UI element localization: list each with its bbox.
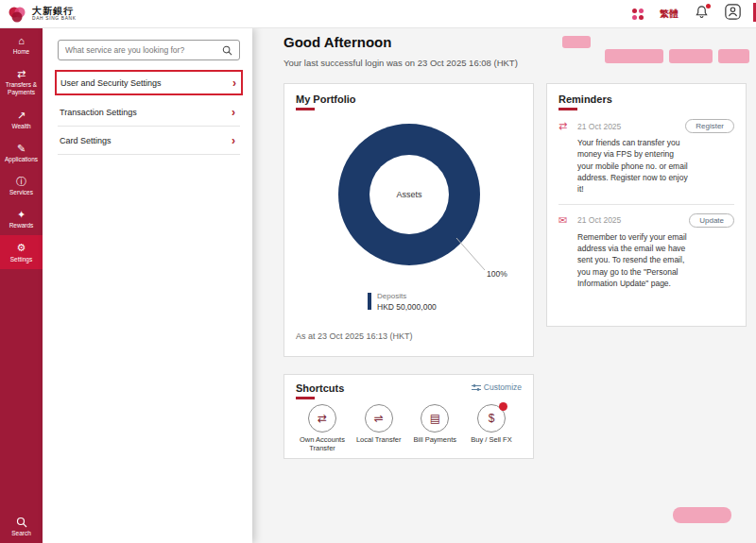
menu-item-label: Transaction Settings — [60, 108, 137, 117]
legend-swatch — [368, 293, 371, 310]
redacted-block — [605, 49, 663, 63]
service-search-input[interactable] — [65, 45, 222, 55]
bank-name-english: DAH SING BANK — [32, 16, 77, 21]
menu-item-card-settings[interactable]: Card Settings › — [58, 127, 240, 155]
dah-sing-logo-icon — [8, 5, 26, 24]
transfer-arrows-icon: ⇄ — [2, 68, 41, 79]
update-button[interactable]: Update — [689, 213, 734, 228]
shortcut-own-accounts-transfer[interactable]: ⇄ Own Accounts Transfer — [296, 404, 349, 453]
donut-percent-label: 100% — [487, 269, 507, 279]
reminder-item: ⇄ 21 Oct 2025 Register Your friends can … — [558, 119, 734, 195]
menu-item-user-and-security-settings[interactable]: User and Security Settings › — [55, 70, 243, 95]
sidebar-item-search[interactable]: Search — [0, 510, 43, 543]
settings-flyout-menu: User and Security Settings › Transaction… — [43, 28, 252, 543]
sidebar-item-wealth[interactable]: ↗ Wealth — [0, 103, 43, 136]
shortcut-local-transfer[interactable]: ⇌ Local Transfer — [352, 404, 405, 453]
sidebar-item-home[interactable]: ⌂ Home — [0, 28, 43, 61]
chevron-right-icon: › — [232, 107, 235, 118]
pencil-form-icon: ✎ — [2, 143, 41, 154]
app-header: 大新銀行 DAH SING BANK 繁體 — [0, 0, 756, 28]
shortcuts-card: Shortcuts Customize ⇄ Own Accounts Trans… — [284, 374, 534, 459]
chart-legend: Deposits HKD 50,000,000 — [368, 292, 437, 312]
own-accounts-transfer-icon: ⇄ — [318, 412, 327, 425]
home-icon: ⌂ — [2, 35, 41, 46]
divider — [558, 204, 734, 205]
register-button[interactable]: Register — [685, 119, 734, 133]
reminders-card: Reminders ⇄ 21 Oct 2025 Register Your fr… — [546, 83, 747, 327]
legend-value: HKD 50,000,000 — [377, 302, 437, 312]
greeting-title: Good Afternoon — [284, 34, 391, 50]
shortcut-buy-sell-fx[interactable]: $ Buy / Sell FX — [465, 404, 518, 453]
shortcuts-title: Shortcuts — [296, 382, 344, 394]
fx-exchange-icon: $ — [489, 412, 495, 425]
title-accent-bar — [296, 397, 315, 399]
title-accent-bar — [558, 108, 577, 110]
bank-name-chinese: 大新銀行 — [32, 7, 77, 17]
notifications-button[interactable] — [695, 5, 709, 23]
search-icon — [16, 517, 27, 528]
donut-center-label: Assets — [369, 155, 449, 234]
bank-name: 大新銀行 DAH SING BANK — [32, 7, 77, 22]
email-icon: ✉ — [558, 214, 577, 227]
reminders-title: Reminders — [558, 93, 734, 105]
chart-icon: ↗ — [2, 110, 41, 121]
info-icon: ⓘ — [2, 176, 41, 187]
language-toggle[interactable]: 繁體 — [660, 8, 679, 21]
title-accent-bar — [296, 108, 315, 110]
menu-item-label: Card Settings — [60, 136, 112, 145]
reminder-item: ✉ 21 Oct 2025 Update Remember to verify … — [558, 213, 734, 290]
sidebar-item-settings[interactable]: ⚙ Settings — [0, 235, 43, 268]
menu-item-label: User and Security Settings — [60, 78, 162, 88]
apps-grid-icon[interactable] — [632, 8, 644, 20]
reminder-date: 21 Oct 2025 — [577, 122, 685, 131]
chevron-right-icon: › — [232, 135, 235, 146]
profile-logout-button[interactable] — [725, 4, 741, 24]
chevron-right-icon: › — [232, 77, 236, 89]
redacted-block — [562, 36, 591, 48]
redacted-block — [718, 49, 749, 63]
portfolio-card: My Portfolio Assets 100% Deposits HKD 50… — [284, 83, 534, 357]
gear-icon: ⚙ — [2, 242, 41, 253]
redacted-block — [669, 49, 713, 63]
service-search[interactable] — [58, 40, 240, 60]
fx-badge — [499, 402, 507, 411]
reminder-date: 21 Oct 2025 — [577, 215, 689, 225]
reminder-text: Remember to verify your email address vi… — [577, 231, 689, 290]
person-icon — [725, 4, 741, 20]
shortcut-bill-payments[interactable]: ▤ Bill Payments — [408, 404, 461, 453]
local-transfer-icon: ⇌ — [374, 412, 384, 425]
portfolio-timestamp: As at 23 Oct 2025 16:13 (HKT) — [296, 331, 413, 341]
donut-callout-line — [453, 235, 490, 275]
customize-label: Customize — [484, 382, 522, 392]
menu-item-transaction-settings[interactable]: Transaction Settings › — [58, 98, 240, 127]
legend-name: Deposits — [377, 292, 437, 300]
sliders-icon — [472, 383, 481, 392]
rewards-star-icon: ✦ — [2, 209, 41, 220]
fps-transfer-icon: ⇄ — [558, 120, 577, 132]
sidebar-item-applications[interactable]: ✎ Applications — [0, 136, 43, 169]
search-icon[interactable] — [222, 45, 232, 56]
customize-button[interactable]: Customize — [472, 382, 522, 392]
notification-badge — [706, 4, 711, 8]
redacted-block — [673, 507, 731, 523]
main-nav-sidebar: ⌂ Home ⇄ Transfers & Payments ↗ Wealth ✎… — [0, 28, 43, 543]
last-login-text: Your last successful login was on 23 Oct… — [284, 58, 518, 68]
sidebar-item-rewards[interactable]: ✦ Rewards — [0, 202, 43, 235]
portfolio-title: My Portfolio — [296, 93, 522, 105]
sidebar-item-services[interactable]: ⓘ Services — [0, 169, 43, 202]
sidebar-item-transfers-payments[interactable]: ⇄ Transfers & Payments — [0, 61, 43, 102]
reminder-text: Your friends can transfer you money via … — [577, 137, 689, 195]
bill-payments-icon: ▤ — [430, 412, 440, 425]
bank-logo[interactable]: 大新銀行 DAH SING BANK — [0, 5, 77, 24]
